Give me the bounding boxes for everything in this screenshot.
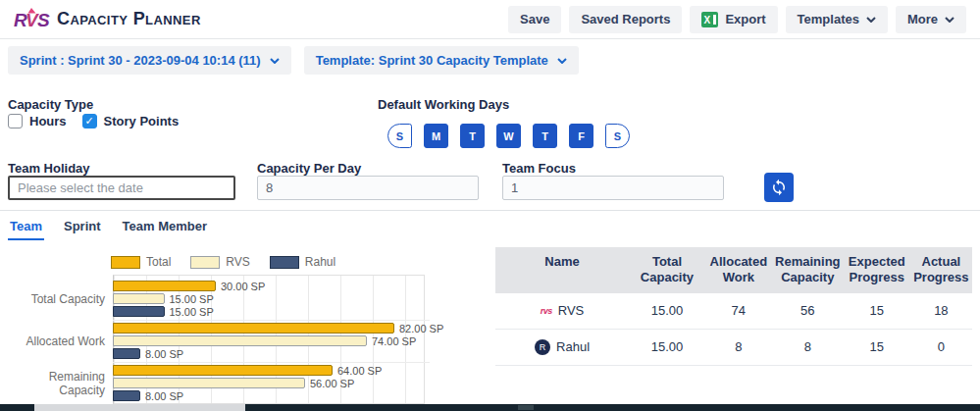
column-header-allocated-work: Allocated Work [705, 247, 772, 293]
working-day-6[interactable]: S [605, 124, 630, 148]
tab-sprint[interactable]: Sprint [62, 211, 103, 240]
working-day-0[interactable]: S [387, 124, 412, 148]
legend-label: Rahul [305, 255, 335, 269]
column-header-remaining-capacity: Remaining Capacity [772, 247, 844, 293]
team-focus-input[interactable] [502, 176, 724, 200]
cell-total_capacity: 15.00 [629, 330, 705, 365]
capacity-chart: TotalRVSRahul Total Capacity30.00 SP15.0… [8, 245, 469, 411]
svg-text:S: S [37, 10, 50, 30]
working-days-label: Default Working Days [378, 97, 509, 112]
chart-group-bars: 64.00 SP56.00 SP8.00 SP [113, 362, 469, 404]
template-selector[interactable]: Template: Sprint 30 Capacity Template [304, 46, 579, 75]
checkbox-row-story-points[interactable]: ✓Story Points [82, 114, 180, 128]
bar-total-allocated-work [113, 323, 394, 334]
cell-expected_progress: 15 [844, 330, 910, 365]
checkbox-label-story-points: Story Points [104, 114, 180, 128]
working-day-5[interactable]: F [569, 124, 593, 148]
tab-team[interactable]: Team [8, 211, 44, 240]
avatar: R [535, 339, 550, 355]
scrollbar-segment [518, 405, 534, 410]
cell-allocated_work: 74 [705, 293, 772, 329]
checkbox-row-hours[interactable]: Hours [8, 114, 67, 128]
chart-group-bars: 82.00 SP74.00 SP8.00 SP [113, 320, 469, 362]
chart-category-label: Remaining Capacity [8, 370, 113, 397]
checkbox-hours[interactable] [8, 114, 23, 128]
table-body: rvsRVS15.0074561518RRahul15.0088150 [495, 293, 972, 366]
bar-row: 8.00 SP [113, 348, 469, 359]
team-holiday-input[interactable] [8, 176, 235, 200]
export-button[interactable]: X Export [690, 6, 777, 33]
working-day-2[interactable]: T [460, 124, 485, 148]
bar-value-label: 15.00 SP [170, 293, 214, 305]
team-holiday-label: Team Holiday [8, 161, 90, 176]
horizontal-scrollbar-thumb[interactable] [34, 404, 245, 411]
bar-row: 30.00 SP [113, 281, 469, 291]
legend-item-total: Total [111, 255, 171, 269]
member-name: RVS [558, 303, 585, 318]
working-days-row: SMTWTFS [387, 124, 630, 148]
tabs: TeamSprintTeam Member [0, 211, 980, 240]
chart-legend: TotalRVSRahul [111, 255, 469, 269]
chart-group-bars: 30.00 SP15.00 SP15.00 SP [113, 278, 469, 320]
table-header-row: NameTotal CapacityAllocated WorkRemainin… [495, 247, 972, 293]
cell-name: rvsRVS [495, 293, 629, 329]
filter-chips-row: Sprint : Sprint 30 - 2023-09-04 10:14 (1… [8, 46, 579, 75]
chart-category-label: Total Capacity [8, 292, 113, 306]
sprint-selector[interactable]: Sprint : Sprint 30 - 2023-09-04 10:14 (1… [8, 46, 291, 75]
legend-item-rahul: Rahul [270, 255, 335, 269]
capacity-per-day-input[interactable] [257, 176, 479, 200]
sync-icon [770, 179, 788, 196]
bar-rahul-allocated-work [113, 348, 140, 359]
svg-text:X: X [704, 15, 711, 26]
working-day-3[interactable]: W [496, 124, 521, 148]
tab-team-member[interactable]: Team Member [121, 211, 209, 240]
column-header-total-capacity: Total Capacity [629, 247, 705, 293]
rvs-logo-icon: rvs [541, 306, 552, 316]
capacity-type-options: Hours✓Story Points [8, 114, 179, 128]
cell-name: RRahul [495, 330, 629, 365]
bar-rvs-total-capacity [113, 293, 165, 304]
chevron-down-icon [270, 58, 280, 64]
chart-group-total-capacity: Total Capacity30.00 SP15.00 SP15.00 SP [8, 278, 469, 320]
bar-value-label: 8.00 SP [145, 390, 183, 402]
bar-row: 82.00 SP [113, 323, 469, 334]
bar-total-remaining-capacity [113, 365, 333, 376]
legend-swatch-total [111, 256, 140, 269]
save-button[interactable]: Save [508, 6, 561, 33]
cell-total_capacity: 15.00 [629, 293, 705, 329]
excel-icon: X [701, 12, 718, 27]
checkbox-label-hours: Hours [29, 114, 67, 128]
checkbox-story-points[interactable]: ✓ [82, 114, 97, 128]
member-name: Rahul [556, 339, 590, 354]
legend-label: RVS [226, 255, 249, 269]
bar-value-label: 64.00 SP [337, 365, 382, 377]
bar-row: 74.00 SP [113, 335, 469, 346]
working-day-4[interactable]: T [533, 124, 557, 148]
capacity-table: NameTotal CapacityAllocated WorkRemainin… [495, 247, 972, 366]
chart-category-label: Allocated Work [8, 334, 113, 348]
cell-remaining_capacity: 56 [772, 293, 844, 329]
chevron-down-icon [557, 58, 567, 64]
bar-row: 64.00 SP [113, 365, 469, 376]
bar-value-label: 15.00 SP [170, 306, 214, 318]
more-dropdown-button[interactable]: More [896, 6, 966, 33]
bar-row: 15.00 SP [113, 293, 469, 304]
bar-row: 56.00 SP [113, 378, 469, 388]
chart-group-remaining-capacity: Remaining Capacity64.00 SP56.00 SP8.00 S… [8, 362, 469, 404]
saved-reports-button[interactable]: Saved Reports [569, 6, 682, 33]
toolbar: Save Saved Reports X Export Templates Mo… [508, 6, 966, 33]
bar-value-label: 74.00 SP [372, 335, 416, 347]
team-focus-label: Team Focus [502, 161, 576, 176]
bar-rahul-remaining-capacity [113, 390, 140, 401]
templates-dropdown-button[interactable]: Templates [786, 6, 888, 33]
chart-group-allocated-work: Allocated Work82.00 SP74.00 SP8.00 SP [8, 320, 469, 362]
legend-swatch-rahul [270, 256, 299, 269]
bar-value-label: 82.00 SP [399, 323, 443, 334]
cell-actual_progress: 0 [910, 330, 972, 365]
refresh-button[interactable] [764, 173, 794, 202]
horizontal-scrollbar-track[interactable] [0, 404, 980, 411]
bar-rahul-total-capacity [113, 306, 165, 317]
bar-value-label: 56.00 SP [310, 378, 354, 389]
working-day-1[interactable]: M [424, 124, 448, 148]
cell-remaining_capacity: 8 [772, 330, 844, 365]
